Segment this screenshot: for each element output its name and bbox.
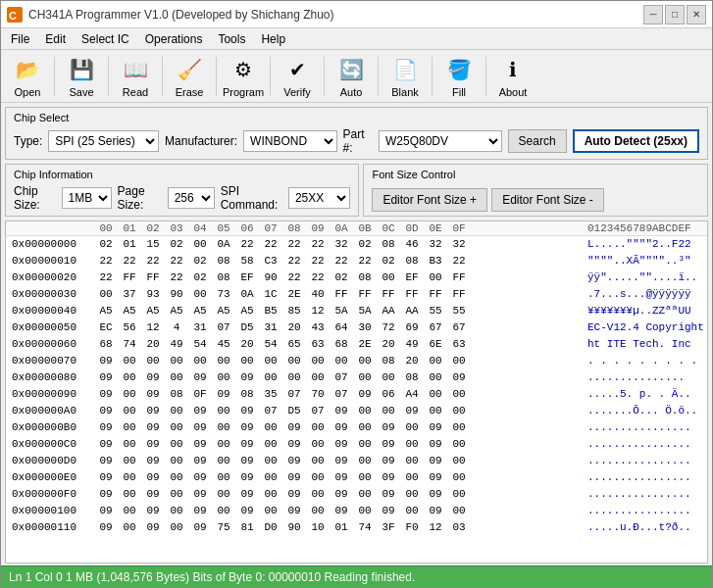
hex-byte-10[interactable]: 09 [330, 503, 353, 519]
hex-byte-2[interactable]: 20 [141, 336, 165, 353]
hex-byte-10[interactable]: 09 [330, 403, 353, 419]
hex-byte-4[interactable]: 09 [188, 469, 212, 486]
hex-byte-0[interactable]: 09 [94, 503, 118, 519]
hex-byte-14[interactable]: 00 [424, 386, 447, 403]
hex-byte-13[interactable]: 08 [400, 369, 424, 386]
hex-byte-12[interactable]: 09 [377, 453, 400, 469]
hex-byte-7[interactable]: 00 [259, 353, 282, 369]
hex-byte-6[interactable]: 0A [235, 286, 259, 303]
hex-byte-15[interactable]: 00 [447, 486, 471, 503]
hex-byte-11[interactable]: FF [353, 286, 377, 303]
hex-byte-7[interactable]: D0 [259, 519, 282, 536]
hex-byte-12[interactable]: 08 [377, 236, 400, 253]
hex-byte-8[interactable]: 09 [282, 469, 306, 486]
hex-byte-3[interactable]: 00 [165, 469, 188, 486]
maximize-button[interactable]: □ [665, 5, 685, 24]
hex-byte-13[interactable]: 00 [400, 486, 424, 503]
hex-byte-9[interactable]: 00 [306, 369, 330, 386]
hex-byte-11[interactable]: 00 [353, 369, 377, 386]
hex-byte-12[interactable]: AA [377, 303, 400, 319]
hex-byte-9[interactable]: 12 [306, 303, 330, 319]
hex-byte-0[interactable]: 68 [94, 336, 118, 353]
hex-byte-0[interactable]: 00 [94, 286, 118, 303]
hex-byte-6[interactable]: EF [235, 270, 259, 286]
hex-byte-13[interactable]: 69 [400, 319, 424, 336]
hex-byte-12[interactable]: FF [377, 286, 400, 303]
hex-byte-0[interactable]: 09 [94, 403, 118, 419]
hex-byte-6[interactable]: 09 [235, 369, 259, 386]
hex-byte-3[interactable]: 08 [165, 386, 188, 403]
hex-byte-8[interactable]: 2E [282, 286, 306, 303]
auto-detect-button[interactable]: Auto Detect (25xx) [573, 129, 699, 153]
hex-byte-14[interactable]: 09 [424, 503, 447, 519]
hex-byte-5[interactable]: 00 [212, 369, 235, 386]
hex-byte-10[interactable]: 09 [330, 419, 353, 436]
hex-byte-5[interactable]: 00 [212, 503, 235, 519]
hex-byte-1[interactable]: 56 [118, 319, 141, 336]
hex-byte-2[interactable]: A5 [141, 303, 165, 319]
hex-byte-11[interactable]: 02 [353, 236, 377, 253]
hex-byte-0[interactable]: 09 [94, 419, 118, 436]
toolbar-btn-read[interactable]: 📖Read [113, 51, 158, 101]
hex-byte-6[interactable]: A5 [235, 303, 259, 319]
hex-byte-10[interactable]: 64 [330, 319, 353, 336]
hex-byte-11[interactable]: 00 [353, 453, 377, 469]
hex-byte-3[interactable]: 00 [165, 519, 188, 536]
hex-byte-3[interactable]: 49 [165, 336, 188, 353]
hex-byte-15[interactable]: FF [447, 286, 471, 303]
hex-byte-6[interactable]: 08 [235, 386, 259, 403]
hex-byte-6[interactable]: 00 [235, 353, 259, 369]
search-button[interactable]: Search [508, 129, 567, 153]
hex-byte-14[interactable]: 32 [424, 236, 447, 253]
hex-byte-5[interactable]: 00 [212, 419, 235, 436]
hex-byte-9[interactable]: 00 [306, 419, 330, 436]
hex-byte-13[interactable]: 00 [400, 469, 424, 486]
menu-item-edit[interactable]: Edit [37, 30, 74, 48]
hex-byte-10[interactable]: 68 [330, 336, 353, 353]
hex-byte-11[interactable]: 00 [353, 403, 377, 419]
hex-byte-5[interactable]: 00 [212, 353, 235, 369]
hex-byte-15[interactable]: 00 [447, 453, 471, 469]
hex-byte-2[interactable]: 09 [141, 403, 165, 419]
hex-byte-6[interactable]: 81 [235, 519, 259, 536]
hex-byte-1[interactable]: 00 [118, 469, 141, 486]
hex-byte-0[interactable]: 09 [94, 453, 118, 469]
hex-byte-14[interactable]: FF [424, 286, 447, 303]
hex-byte-1[interactable]: A5 [118, 303, 141, 319]
hex-byte-15[interactable]: 67 [447, 319, 471, 336]
hex-byte-15[interactable]: 00 [447, 436, 471, 453]
hex-byte-9[interactable]: 70 [306, 386, 330, 403]
menu-item-help[interactable]: Help [253, 30, 293, 48]
hex-byte-3[interactable]: 00 [165, 436, 188, 453]
hex-byte-10[interactable]: 07 [330, 369, 353, 386]
hex-byte-11[interactable]: 22 [353, 253, 377, 270]
hex-byte-14[interactable]: 55 [424, 303, 447, 319]
hex-content[interactable]: 0x0000000002011502000A222222223202084632… [6, 236, 707, 563]
hex-byte-9[interactable]: 43 [306, 319, 330, 336]
hex-byte-12[interactable]: 72 [377, 319, 400, 336]
hex-byte-7[interactable]: 22 [259, 236, 282, 253]
hex-byte-13[interactable]: 49 [400, 336, 424, 353]
hex-byte-2[interactable]: 00 [141, 353, 165, 369]
hex-byte-10[interactable]: 02 [330, 270, 353, 286]
hex-byte-8[interactable]: 09 [282, 419, 306, 436]
hex-byte-15[interactable]: 09 [447, 369, 471, 386]
hex-byte-11[interactable]: 00 [353, 486, 377, 503]
hex-byte-9[interactable]: 00 [306, 436, 330, 453]
hex-byte-6[interactable]: 09 [235, 503, 259, 519]
close-button[interactable]: ✕ [687, 5, 706, 24]
hex-byte-5[interactable]: 09 [212, 386, 235, 403]
hex-byte-1[interactable]: 00 [118, 369, 141, 386]
hex-byte-10[interactable]: 01 [330, 519, 353, 536]
hex-byte-8[interactable]: 85 [282, 303, 306, 319]
hex-byte-1[interactable]: FF [118, 270, 141, 286]
hex-byte-7[interactable]: 07 [259, 403, 282, 419]
hex-byte-7[interactable]: 00 [259, 503, 282, 519]
hex-byte-11[interactable]: 5A [353, 303, 377, 319]
toolbar-btn-fill[interactable]: 🪣Fill [436, 51, 482, 101]
hex-byte-13[interactable]: 20 [400, 353, 424, 369]
toolbar-btn-save[interactable]: 💾Save [59, 51, 104, 101]
hex-byte-6[interactable]: 09 [235, 453, 259, 469]
hex-byte-11[interactable]: 74 [353, 519, 377, 536]
hex-byte-2[interactable]: 12 [141, 319, 165, 336]
